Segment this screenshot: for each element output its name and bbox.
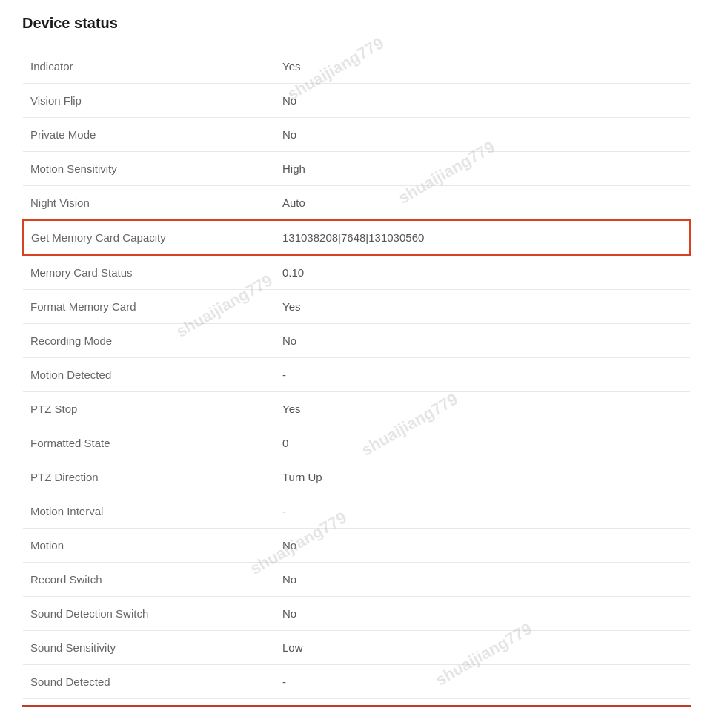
- row-label: Private Mode: [23, 118, 275, 152]
- row-label: Recording Mode: [23, 324, 275, 358]
- row-label: Sound Detected: [23, 665, 275, 699]
- table-row: MotionNo: [23, 529, 690, 563]
- row-label: Sound Detection Switch: [23, 597, 275, 631]
- row-value: Yes: [275, 50, 690, 84]
- device-status-table: IndicatorYesVision FlipNoPrivate ModeNoM…: [22, 50, 691, 699]
- table-row: PTZ DirectionTurn Up: [23, 460, 690, 494]
- row-value: 0: [275, 426, 690, 460]
- row-label: Memory Card Status: [23, 255, 275, 290]
- row-value: No: [275, 529, 690, 563]
- row-value: -: [275, 358, 690, 392]
- row-value: Auto: [275, 186, 690, 221]
- table-row: Record SwitchNo: [23, 563, 690, 597]
- row-label: Formatted State: [23, 426, 275, 460]
- row-value: Low: [275, 631, 690, 665]
- row-value: No: [275, 324, 690, 358]
- row-value: Turn Up: [275, 460, 690, 494]
- table-row: PTZ StopYes: [23, 392, 690, 426]
- table-row: Recording ModeNo: [23, 324, 690, 358]
- row-label: PTZ Stop: [23, 392, 275, 426]
- row-value: -: [275, 665, 690, 699]
- row-value: Yes: [275, 392, 690, 426]
- table-row: Formatted State0: [23, 426, 690, 460]
- table-row: Memory Card Status0.10: [23, 255, 690, 290]
- table-row: IndicatorYes: [23, 50, 690, 84]
- row-label: Motion: [23, 529, 275, 563]
- row-value: -: [275, 494, 690, 529]
- page-title: Device status: [22, 15, 691, 32]
- row-label: Night Vision: [23, 186, 275, 221]
- row-label: Motion Detected: [23, 358, 275, 392]
- row-value: Yes: [275, 290, 690, 324]
- row-value: No: [275, 563, 690, 597]
- row-value: 0.10: [275, 255, 690, 290]
- row-label: PTZ Direction: [23, 460, 275, 494]
- table-row: Motion Detected-: [23, 358, 690, 392]
- table-row: Private ModeNo: [23, 118, 690, 152]
- table-row: Get Memory Card Capacity131038208|7648|1…: [23, 220, 690, 255]
- row-value: No: [275, 84, 690, 118]
- row-value: 131038208|7648|131030560: [275, 220, 690, 255]
- table-row: Sound SensitivityLow: [23, 631, 690, 665]
- row-label: Sound Sensitivity: [23, 631, 275, 665]
- row-value: No: [275, 597, 690, 631]
- table-row: Format Memory CardYes: [23, 290, 690, 324]
- row-value: High: [275, 152, 690, 186]
- row-label: Indicator: [23, 50, 275, 84]
- table-row: Motion Interval-: [23, 494, 690, 529]
- row-label: Format Memory Card: [23, 290, 275, 324]
- table-row: Sound Detected-: [23, 665, 690, 699]
- row-value: No: [275, 118, 690, 152]
- table-row: Sound Detection SwitchNo: [23, 597, 690, 631]
- table-row: Night VisionAuto: [23, 186, 690, 221]
- table-row: Motion SensitivityHigh: [23, 152, 690, 186]
- row-label: Get Memory Card Capacity: [23, 220, 275, 255]
- row-label: Motion Sensitivity: [23, 152, 275, 186]
- row-label: Record Switch: [23, 563, 275, 597]
- table-row: Vision FlipNo: [23, 84, 690, 118]
- row-label: Vision Flip: [23, 84, 275, 118]
- bottom-divider: [22, 705, 691, 707]
- row-label: Motion Interval: [23, 494, 275, 529]
